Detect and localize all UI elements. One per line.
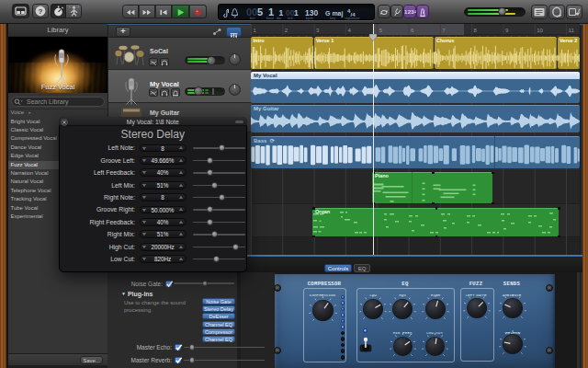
svg-text:bar: bar: [250, 16, 255, 20]
svg-text:7: 7: [442, 28, 446, 33]
svg-text:3: 3: [316, 28, 320, 33]
svg-text:5: 5: [257, 6, 263, 17]
svg-text:?: ?: [39, 7, 43, 16]
svg-text:1: 1: [294, 8, 299, 17]
svg-text:div: div: [277, 16, 281, 20]
svg-text:bpm: bpm: [306, 16, 313, 20]
svg-text:signature: signature: [345, 16, 360, 20]
svg-text:8: 8: [474, 28, 478, 33]
svg-text:10: 10: [537, 28, 543, 33]
svg-text:beat: beat: [266, 16, 275, 20]
svg-text:1: 1: [254, 28, 257, 33]
svg-text:tick: tick: [288, 16, 293, 20]
svg-text:5: 5: [379, 28, 383, 33]
svg-text:9: 9: [505, 28, 509, 33]
svg-text:4: 4: [347, 28, 351, 33]
svg-text:11: 11: [569, 28, 575, 33]
svg-text:key: key: [330, 16, 335, 20]
svg-text:COMPRESSOR: COMPRESSOR: [308, 281, 342, 287]
svg-text:SENDS: SENDS: [503, 281, 521, 287]
svg-text:6: 6: [411, 28, 414, 33]
svg-text:2: 2: [285, 28, 288, 33]
svg-text:EQ: EQ: [401, 281, 409, 287]
